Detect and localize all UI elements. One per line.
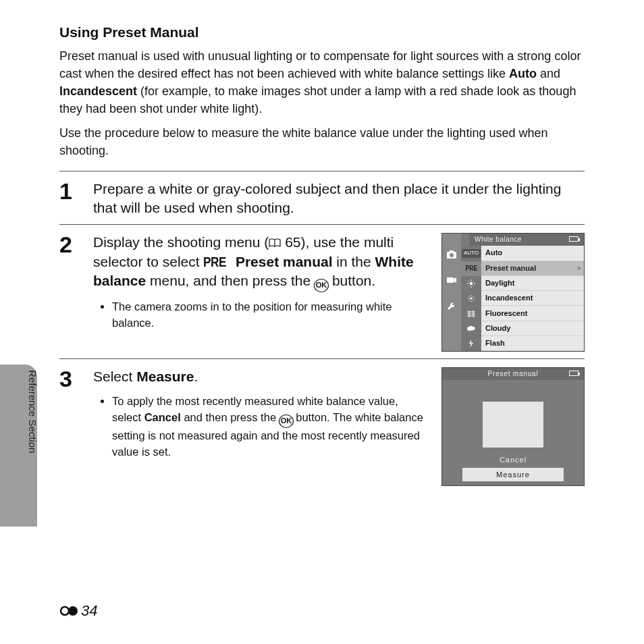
page-number: 34 [81,602,97,620]
step-3-cancel-bold: Cancel [144,411,181,423]
pre-icon-label: PRE [203,252,226,271]
step-2-c: in the [333,254,375,269]
separator-1 [59,171,585,171]
step-3-a: Select [93,369,136,384]
camera-screen-preset: Preset manual Cancel Measure [441,367,585,486]
step-3-measure-bold: Measure [136,369,194,384]
step-3-bullet-c: and then press the [181,411,279,423]
step-2: 2 Display the shooting menu ( 65), use t… [59,233,585,352]
pre-chip: PRE [465,263,477,273]
svg-line-20 [469,300,471,301]
step-2-f: button. [328,273,375,288]
wb-icon-auto: AUTO [461,246,481,261]
wb-menu-title: White balance [469,234,584,246]
wb-menu-left-tabs [442,234,461,351]
battery-icon-2 [569,371,579,376]
wb-icon-daylight [461,276,481,291]
svg-line-18 [469,296,471,298]
step-2-bullet: The camera zooms in to the position for … [112,299,429,331]
intro-p1-c: and [537,67,560,80]
intro-p2: Use the procedure below to measure the w… [59,124,585,159]
wb-menu-icon-column: AUTO PRE [461,246,481,351]
wb-icon-pre: PRE [461,261,481,276]
wb-icon-cloudy [461,321,481,336]
wb-icon-fluorescent [461,306,481,321]
wb-item-preset-label: Preset manual [485,263,536,273]
wb-item-preset[interactable]: Preset manual▸ [481,261,584,276]
step-1-number: 1 [59,180,80,203]
svg-line-19 [473,300,474,301]
svg-point-27 [61,607,69,615]
intro-incandescent-bold: Incandescent [59,84,137,98]
camera-icon [446,250,457,259]
step-1-text: Prepare a white or gray-colored subject … [93,180,585,218]
preset-screen-title-text: Preset manual [488,370,539,377]
wb-item-cloudy[interactable]: Cloudy [481,321,584,336]
ok-button-icon-2: OK [279,414,294,428]
step-3-c: . [194,369,198,384]
wb-item-fluorescent[interactable]: Fluorescent [481,306,584,321]
camera-screen-wb-menu: White balance AUTO PRE [441,233,585,352]
svg-line-21 [473,296,474,298]
step-3-text: Select Measure. [93,367,429,386]
chevron-right-icon: ▸ [578,263,581,273]
video-icon [446,275,457,285]
preset-measure-option[interactable]: Measure [462,468,564,481]
wb-item-daylight[interactable]: Daylight [481,276,584,291]
intro-auto-bold: Auto [509,67,537,80]
wb-icon-incandescent [461,291,481,306]
step-2-e: menu, and then press the [146,273,315,288]
preset-screen-title: Preset manual [442,368,584,380]
step-2-a: Display the shooting menu ( [93,234,269,250]
svg-line-11 [468,286,469,286]
svg-rect-1 [450,250,454,252]
book-icon [269,234,281,243]
step-3-bullet: To apply the most recently measured whit… [112,394,429,460]
separator-3 [59,358,585,359]
intro-p1: Preset manual is used with unusual light… [59,47,585,117]
svg-point-2 [450,253,454,257]
step-2-text: Display the shooting menu ( 65), use the… [93,233,429,292]
reference-link-icon [59,605,80,617]
ok-button-icon: OK [314,279,329,292]
svg-rect-3 [447,277,454,283]
page-footer: 34 [59,602,97,620]
preset-cancel-option[interactable]: Cancel [442,455,584,465]
side-section-label: Reference Section [27,370,38,453]
step-3-number: 3 [59,367,80,390]
step-2-preset-bold: Preset manual [232,254,332,269]
step-1: 1 Prepare a white or gray-colored subjec… [59,180,585,218]
wb-icon-flash [461,336,481,351]
svg-line-10 [473,286,474,286]
svg-line-12 [473,281,474,281]
battery-icon [569,236,579,242]
svg-point-28 [68,606,78,616]
step-2-number: 2 [59,233,80,256]
preset-measure-frame [483,402,543,448]
svg-line-9 [468,281,469,281]
wb-menu-list: Auto Preset manual▸ Daylight Incandescen… [481,246,584,351]
section-title: Using Preset Manual [59,24,585,41]
intro-p1-e: (for example, to make images shot under … [59,84,576,115]
wb-item-flash[interactable]: Flash [481,336,584,351]
svg-point-4 [470,282,473,285]
auto-chip: AUTO [462,249,481,258]
wb-menu-title-text: White balance [475,236,522,243]
svg-point-13 [471,298,473,300]
separator-2 [59,224,585,225]
intro-p1-a: Preset manual is used with unusual light… [59,49,581,80]
wrench-icon [446,301,457,311]
step-3: 3 Select Measure. To apply the most rece… [59,367,585,486]
intro-block: Preset manual is used with unusual light… [59,47,585,160]
wb-item-auto[interactable]: Auto [481,246,584,261]
wb-item-incandescent[interactable]: Incandescent [481,291,584,306]
